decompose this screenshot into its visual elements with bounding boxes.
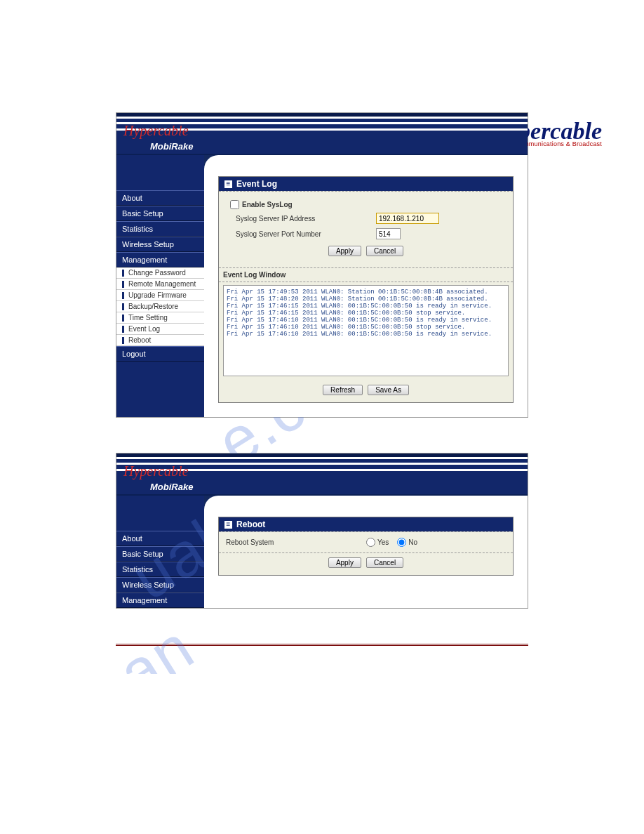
banner-brand: Hypercable <box>123 123 189 138</box>
syslog-port-label: Syslog Server Port Number <box>236 230 376 238</box>
reboot-yes-radio[interactable] <box>366 538 375 547</box>
banner-product: MobiRake <box>150 141 193 152</box>
sidebar-item-statistics[interactable]: Statistics <box>116 221 204 237</box>
syslog-ip-label: Syslog Server IP Address <box>236 215 376 223</box>
refresh-button[interactable]: Refresh <box>323 385 363 395</box>
sidebar-item-statistics[interactable]: Statistics <box>116 562 204 577</box>
sidebar-item-about[interactable]: About <box>116 531 204 546</box>
sidebar-submenu: Change Password Remote Management Upgrad… <box>116 267 204 346</box>
eventlog-screenshot: Hypercable MobiRake About Basic Setup St… <box>116 112 528 418</box>
product-banner: Hypercable MobiRake <box>116 454 528 496</box>
submenu-change-password[interactable]: Change Password <box>116 267 204 279</box>
sidebar-item-wireless-setup[interactable]: Wireless Setup <box>116 577 204 593</box>
content-area: ≡ Reboot Reboot System Yes No Apply Canc… <box>204 496 528 608</box>
sidebar-item-management[interactable]: Management <box>116 593 204 608</box>
reboot-panel: ≡ Reboot Reboot System Yes No Apply Canc… <box>218 517 514 576</box>
submenu-remote-management[interactable]: Remote Management <box>116 279 204 290</box>
watermark-text: man <box>60 611 206 674</box>
panel-title-icon: ≡ <box>224 180 232 188</box>
footer-divider <box>116 644 528 646</box>
save-as-button[interactable]: Save As <box>368 385 409 395</box>
sidebar-item-about[interactable]: About <box>116 190 204 206</box>
enable-syslog-label: Enable SysLog <box>242 201 293 208</box>
panel-title-bar: ≡ Reboot <box>219 517 513 531</box>
banner-product: MobiRake <box>150 482 193 492</box>
panel-title-text: Event Log <box>236 179 277 189</box>
sidebar-item-basic-setup[interactable]: Basic Setup <box>116 206 204 221</box>
sidebar-item-management[interactable]: Management <box>116 252 204 267</box>
submenu-upgrade-firmware[interactable]: Upgrade Firmware <box>116 290 204 301</box>
sidebar-item-wireless-setup[interactable]: Wireless Setup <box>116 237 204 252</box>
event-log-window-label: Event Log Window <box>219 267 513 282</box>
product-banner: Hypercable MobiRake <box>116 113 528 155</box>
syslog-port-input[interactable] <box>376 228 401 239</box>
event-log-panel: ≡ Event Log Enable SysLog Syslog Server … <box>218 176 514 403</box>
panel-title-bar: ≡ Event Log <box>219 177 513 191</box>
sidebar: About Basic Setup Statistics Wireless Se… <box>116 155 204 417</box>
submenu-time-setting[interactable]: Time Setting <box>116 312 204 324</box>
apply-button[interactable]: Apply <box>328 557 361 568</box>
cancel-button[interactable]: Cancel <box>366 246 403 256</box>
sidebar: About Basic Setup Statistics Wireless Se… <box>116 496 204 608</box>
event-log-textarea[interactable] <box>223 285 509 376</box>
submenu-backup-restore[interactable]: Backup/Restore <box>116 301 204 312</box>
sidebar-item-basic-setup[interactable]: Basic Setup <box>116 546 204 562</box>
banner-brand: Hypercable <box>123 463 189 479</box>
cancel-button[interactable]: Cancel <box>366 557 403 568</box>
reboot-screenshot: Hypercable MobiRake About Basic Setup St… <box>116 453 528 609</box>
panel-title-icon: ≡ <box>224 521 232 529</box>
submenu-event-log[interactable]: Event Log <box>116 324 204 335</box>
submenu-reboot[interactable]: Reboot <box>116 335 204 346</box>
reboot-no-radio[interactable] <box>397 538 406 547</box>
reboot-no-option[interactable]: No <box>397 538 417 547</box>
reboot-system-label: Reboot System <box>226 538 366 546</box>
reboot-yes-option[interactable]: Yes <box>366 538 389 547</box>
content-area: ≡ Event Log Enable SysLog Syslog Server … <box>204 155 528 417</box>
panel-title-text: Reboot <box>236 519 265 529</box>
enable-syslog-checkbox[interactable] <box>230 200 239 209</box>
syslog-ip-input[interactable] <box>376 213 439 224</box>
sidebar-item-logout[interactable]: Logout <box>116 346 204 362</box>
apply-button[interactable]: Apply <box>328 246 361 256</box>
